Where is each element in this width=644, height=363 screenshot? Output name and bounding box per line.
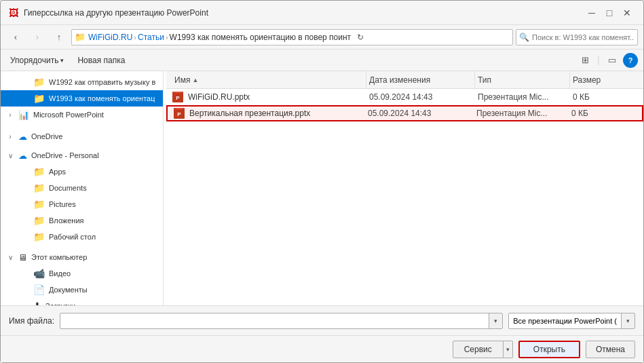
address-sep-1: ›	[134, 33, 136, 41]
file-type-1: Презентация Mic...	[475, 92, 570, 102]
col-header-name[interactable]: Имя ▲	[172, 71, 366, 88]
sidebar-item-pictures[interactable]: 📁 Pictures	[1, 196, 163, 212]
file-type-2: Презентация Mic...	[474, 109, 569, 118]
folder-icon-apps: 📁	[33, 166, 45, 177]
address-path: WiFiGiD.RU › Статьи › W1993 как поменять…	[88, 33, 351, 42]
expand-icon-od-personal: ∨	[6, 152, 14, 159]
filetype-dropdown-button[interactable]: ▾	[621, 313, 634, 328]
file-item-2[interactable]: P Вертикальная презентация.pptx 05.09.20…	[166, 105, 643, 121]
pptx-icon-2: P	[173, 107, 185, 119]
bottom-actions: Сервис ▾ Открыть Отмена	[1, 335, 643, 362]
sidebar-label-thispc: Этот компьютер	[31, 253, 87, 261]
view-list-button[interactable]: ▭	[604, 53, 620, 68]
svg-rect-4	[175, 108, 183, 109]
folder-icon-docs: 📁	[33, 183, 45, 193]
folder-icon-w1992: 📁	[33, 77, 45, 88]
ppt-icon: 📊	[18, 110, 29, 120]
sidebar-label-desktop: Рабочий стол	[49, 233, 96, 241]
svg-text:P: P	[177, 111, 181, 117]
sidebar-item-desktop[interactable]: 📁 Рабочий стол	[1, 229, 163, 245]
filename-dropdown-button[interactable]: ▾	[489, 313, 502, 328]
maximize-button[interactable]: □	[601, 5, 618, 21]
file-size-1: 0 КБ	[570, 92, 638, 102]
sidebar-item-w1992[interactable]: 📁 W1992 как отправить музыку в	[1, 74, 163, 90]
close-button[interactable]: ✕	[619, 5, 635, 21]
sidebar-item-onedrive[interactable]: › ☁ OneDrive	[1, 128, 163, 145]
folder-icon-pictures: 📁	[33, 199, 45, 210]
up-button[interactable]: ↑	[50, 29, 69, 45]
expand-icon-ppt: ›	[6, 111, 14, 119]
sidebar-item-thispc[interactable]: ∨ 🖥 Этот компьютер	[1, 249, 163, 265]
search-input[interactable]	[532, 33, 634, 41]
file-name-1: WiFiGiD.RU.pptx	[188, 92, 250, 102]
service-dropdown-button[interactable]: ▾	[504, 341, 513, 358]
sidebar-label-pictures: Pictures	[49, 200, 76, 208]
file-size-2: 0 КБ	[569, 109, 637, 118]
onedrive-icon: ☁	[18, 132, 27, 142]
back-button[interactable]: ‹	[6, 29, 25, 45]
title-controls: ─ □ ✕	[584, 5, 635, 21]
sidebar-label-od-personal: OneDrive - Personal	[31, 151, 99, 159]
sidebar-item-downloads[interactable]: ⬇ Загрузки	[1, 298, 163, 305]
toolbar: ‹ › ↑ 📁 WiFiGiD.RU › Статьи › W1993 как …	[1, 25, 643, 50]
column-headers: Имя ▲ Дата изменения Тип Размер	[166, 71, 643, 89]
organize-dropdown-icon: ▾	[60, 57, 64, 64]
path-part-1[interactable]: WiFiGiD.RU	[88, 33, 132, 42]
sidebar-item-attachments[interactable]: 📁 Вложения	[1, 212, 163, 229]
sidebar-item-documents[interactable]: 📁 Documents	[1, 180, 163, 196]
sidebar-item-documents2[interactable]: 📄 Документы	[1, 282, 163, 298]
file-area: Имя ▲ Дата изменения Тип Размер	[166, 71, 643, 305]
action-bar: Упорядочить ▾ Новая папка ⊞ │ ▭ ?	[1, 50, 643, 71]
open-button[interactable]: Открыть	[518, 341, 580, 358]
expand-icon-thispc: ∨	[6, 254, 14, 261]
filetype-select-wrap: Все презентации PowerPoint ( ▾	[508, 313, 635, 329]
col-size-label: Размер	[573, 75, 601, 85]
sidebar-item-powerpoint[interactable]: › 📊 Microsoft PowerPoint	[1, 107, 163, 123]
file-item-1[interactable]: P WiFiGiD.RU.pptx 05.09.2024 14:43 Презе…	[166, 89, 643, 105]
title-bar-left: 🖼 Гиперссылка на другую презентацию Powe…	[9, 7, 208, 18]
organize-button[interactable]: Упорядочить ▾	[6, 54, 68, 66]
file-name-cell-1: P WiFiGiD.RU.pptx	[172, 91, 366, 103]
sidebar: 📁 W1992 как отправить музыку в 📁 W1993 к…	[1, 71, 164, 305]
service-button-group: Сервис ▾	[453, 341, 513, 358]
pptx-icon-1: P	[172, 91, 184, 103]
view-details-button[interactable]: ⊞	[577, 53, 594, 68]
col-header-date[interactable]: Дата изменения	[366, 71, 475, 88]
folder-icon-desktop: 📁	[33, 231, 45, 242]
col-header-type[interactable]: Тип	[475, 71, 570, 88]
file-name-2: Вертикальная презентация.pptx	[189, 109, 310, 118]
sidebar-item-apps[interactable]: 📁 Apps	[1, 164, 163, 180]
file-date-2: 05.09.2024 14:43	[365, 109, 474, 118]
filetype-label: Все презентации PowerPoint (	[509, 317, 621, 325]
dialog-title-icon: 🖼	[9, 7, 18, 18]
onedrive-personal-icon: ☁	[18, 151, 27, 161]
sidebar-label-attachments: Вложения	[49, 216, 84, 225]
col-header-size[interactable]: Размер	[570, 71, 638, 88]
sidebar-label-apps: Apps	[49, 168, 66, 176]
sidebar-label-powerpoint: Microsoft PowerPoint	[33, 111, 104, 119]
forward-button[interactable]: ›	[28, 29, 47, 45]
title-bar: 🖼 Гиперссылка на другую презентацию Powe…	[1, 1, 643, 25]
sidebar-item-w1993[interactable]: 📁 W1993 как поменять ориентац	[1, 90, 163, 107]
new-folder-button[interactable]: Новая папка	[73, 54, 129, 66]
path-part-2[interactable]: Статьи	[138, 33, 164, 42]
dialog-window: 🖼 Гиперссылка на другую презентацию Powe…	[0, 0, 644, 363]
help-button[interactable]: ?	[623, 53, 638, 68]
search-icon: 🔍	[519, 33, 529, 42]
view-sep: │	[596, 56, 602, 65]
filename-input[interactable]	[60, 316, 489, 326]
address-sep-2: ›	[166, 33, 168, 41]
bottom-bar: Имя файла: ▾ Все презентации PowerPoint …	[1, 305, 643, 335]
path-part-3[interactable]: W1993 как поменять ориентацию в повер по…	[170, 33, 352, 42]
minimize-button[interactable]: ─	[584, 5, 600, 21]
refresh-button[interactable]: ↻	[354, 31, 367, 44]
service-button[interactable]: Сервис	[453, 341, 504, 358]
svg-text:P: P	[176, 95, 180, 101]
service-label: Сервис	[464, 345, 492, 354]
cancel-button[interactable]: Отмена	[586, 341, 635, 358]
sidebar-item-video[interactable]: 📹 Видео	[1, 265, 163, 282]
sidebar-item-onedrive-personal[interactable]: ∨ ☁ OneDrive - Personal	[1, 147, 163, 164]
svg-rect-1	[174, 92, 182, 93]
expand-icon-onedrive: ›	[6, 133, 14, 140]
col-date-label: Дата изменения	[369, 75, 430, 85]
